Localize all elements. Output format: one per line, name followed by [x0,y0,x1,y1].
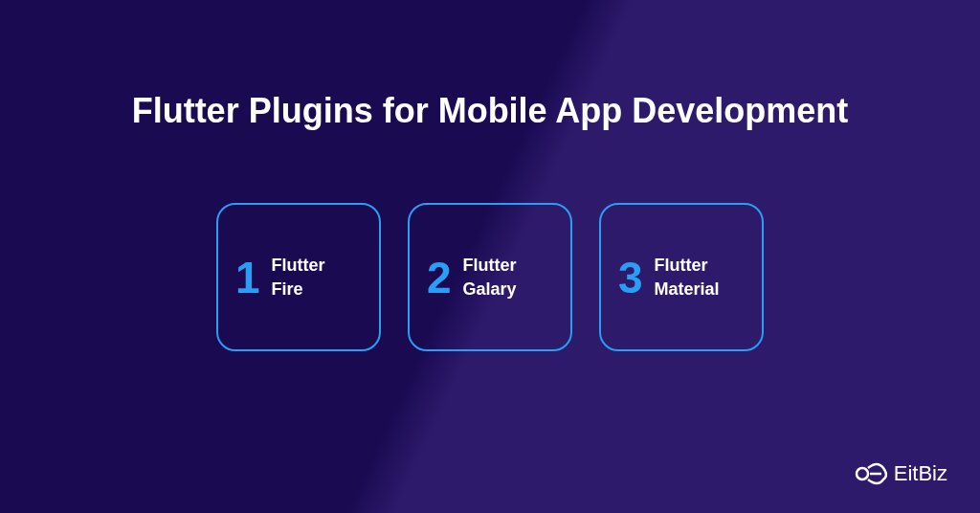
svg-point-0 [857,468,868,480]
card-text-line: Flutter [655,256,708,275]
card-text-line: Galary [463,279,517,299]
card-text: Flutter Fire [272,254,325,301]
page-title: Flutter Plugins for Mobile App Developme… [132,91,849,131]
logo-icon [855,462,887,485]
card-text: Flutter Material [655,254,720,301]
main-container: Flutter Plugins for Mobile App Developme… [0,0,980,513]
card-text-line: Flutter [272,256,325,275]
card-number: 1 [235,256,260,300]
logo-text: EitBiz [894,461,947,486]
card-text: Flutter Galary [463,254,517,301]
card-1: 1 Flutter Fire [216,203,381,351]
card-text-line: Fire [272,279,303,299]
card-text-line: Material [655,279,720,299]
card-number: 3 [618,256,643,300]
brand-logo: EitBiz [855,461,947,486]
card-number: 2 [427,256,452,300]
card-text-line: Flutter [463,256,517,275]
card-3: 3 Flutter Material [599,203,764,351]
card-2: 2 Flutter Galary [408,203,572,351]
cards-row: 1 Flutter Fire 2 Flutter Galary 3 Flutte… [216,203,764,351]
